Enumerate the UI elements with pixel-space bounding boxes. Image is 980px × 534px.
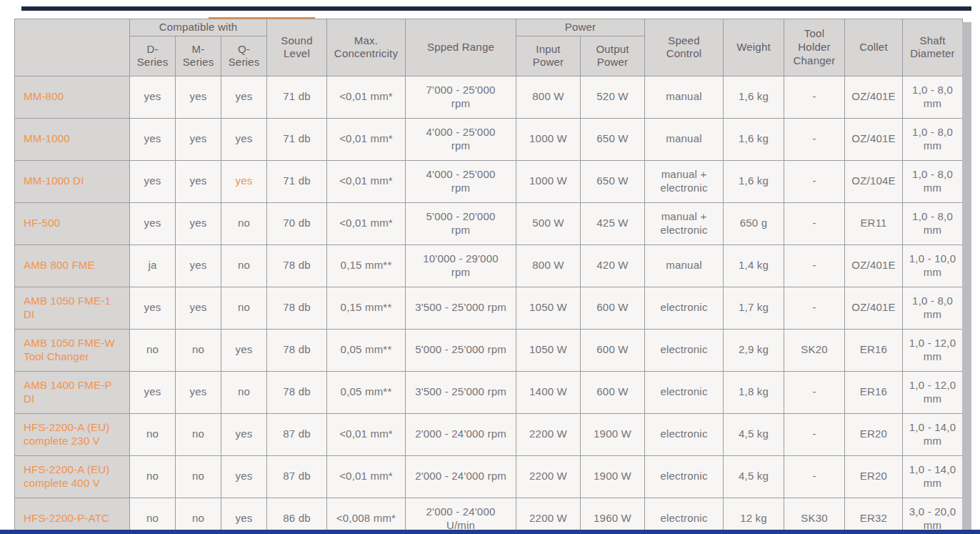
top-divider-bar xyxy=(21,6,971,11)
product-name-link[interactable]: HFS-2200-A (EU) complete 400 V xyxy=(15,455,130,498)
cell-d-series: no xyxy=(130,329,176,371)
cell-speed-control: electronic xyxy=(645,455,724,498)
cell-q-series: yes xyxy=(221,498,267,534)
table-row: AMB 1050 FME-1 DI yes yes no 78 db 0,15 … xyxy=(15,287,963,329)
cell-collet: OZ/401E xyxy=(845,244,903,287)
cell-sound-level: 71 db xyxy=(267,160,327,202)
cell-sound-level: 86 db xyxy=(267,498,327,534)
cell-q-series: no xyxy=(221,202,267,244)
spindle-comparison-table: Compatible with Sound Level Max. Concent… xyxy=(14,19,963,534)
col-header-m-series: M-Series xyxy=(176,36,221,76)
cell-output-power: 1900 W xyxy=(581,455,645,498)
product-name-link[interactable]: AMB 1050 FME-W Tool Changer xyxy=(15,329,130,371)
cell-output-power: 425 W xyxy=(581,202,645,244)
product-name-link[interactable]: MM-1000 DI xyxy=(15,160,130,202)
cell-m-series: no xyxy=(176,413,221,455)
cell-tool-holder-changer: - xyxy=(784,118,845,160)
cell-input-power: 800 W xyxy=(516,244,581,287)
cell-collet: ER16 xyxy=(845,329,903,371)
cell-q-series: no xyxy=(221,287,267,329)
cell-input-power: 500 W xyxy=(516,202,581,244)
cell-tool-holder-changer: - xyxy=(784,202,845,244)
col-group-compatible-with: Compatible with xyxy=(130,19,267,36)
cell-collet: ER20 xyxy=(845,413,903,455)
cell-output-power: 600 W xyxy=(581,371,645,413)
table-header: Compatible with Sound Level Max. Concent… xyxy=(15,19,963,76)
cell-input-power: 1050 W xyxy=(516,329,581,371)
cell-weight: 2,9 kg xyxy=(724,329,784,371)
cell-d-series: yes xyxy=(130,160,176,202)
cell-speed-range: 7'000 - 25'000 rpm xyxy=(406,76,516,118)
table-row: MM-1000 yes yes yes 71 db <0,01 mm* 4'00… xyxy=(15,118,963,160)
cell-q-series: no xyxy=(221,371,267,413)
product-name-link[interactable]: AMB 1400 FME-P DI xyxy=(15,371,130,413)
cell-m-series: yes xyxy=(176,371,221,413)
cell-sound-level: 70 db xyxy=(267,202,327,244)
cell-speed-control: manual + electronic xyxy=(645,202,724,244)
cell-speed-range: 2'000 - 24'000 rpm xyxy=(406,413,516,455)
cell-max-concentricity: <0,01 mm* xyxy=(327,76,406,118)
cell-m-series: yes xyxy=(176,202,221,244)
cell-q-series: yes xyxy=(221,76,267,118)
vertical-scrollbar[interactable] xyxy=(962,22,971,530)
table-row: AMB 1050 FME-W Tool Changer no no yes 78… xyxy=(15,329,963,371)
col-header-speed-control: Speed Control xyxy=(645,19,724,76)
page: Compatible with Sound Level Max. Concent… xyxy=(0,0,980,534)
cell-speed-control: manual + electronic xyxy=(645,160,724,202)
cell-output-power: 600 W xyxy=(581,329,645,371)
cell-max-concentricity: <0,01 mm* xyxy=(327,455,406,498)
cell-speed-control: electronic xyxy=(645,371,724,413)
table-wrapper: Compatible with Sound Level Max. Concent… xyxy=(14,19,962,534)
cell-output-power: 600 W xyxy=(581,287,645,329)
cell-output-power: 420 W xyxy=(581,244,645,287)
product-name-link[interactable]: MM-800 xyxy=(15,76,130,118)
product-name-link[interactable]: HFS-2200-A (EU) complete 230 V xyxy=(15,413,130,455)
cell-shaft-diameter: 1,0 - 12,0 mm xyxy=(903,371,963,413)
cell-speed-control: electronic xyxy=(645,413,724,455)
cell-input-power: 800 W xyxy=(516,76,581,118)
col-group-power: Power xyxy=(516,19,645,36)
cell-q-series: yes xyxy=(221,329,267,371)
cell-shaft-diameter: 1,0 - 12,0 mm xyxy=(903,329,963,371)
cell-collet: ER32 xyxy=(845,498,903,534)
table-body: MM-800 yes yes yes 71 db <0,01 mm* 7'000… xyxy=(15,76,963,534)
product-name-link[interactable]: AMB 1050 FME-1 DI xyxy=(15,287,130,329)
accent-underline xyxy=(209,17,315,19)
cell-m-series: yes xyxy=(176,244,221,287)
cell-input-power: 1400 W xyxy=(516,371,581,413)
product-name-link[interactable]: HFS-2200-P-ATC xyxy=(15,498,130,534)
cell-speed-range: 2'000 - 24'000 U/min xyxy=(406,498,516,534)
cell-sound-level: 78 db xyxy=(267,371,327,413)
col-header-weight: Weight xyxy=(724,19,784,76)
table-row: HFS-2200-A (EU) complete 230 V no no yes… xyxy=(15,413,963,455)
cell-speed-range: 5'000 - 20'000 rpm xyxy=(406,202,516,244)
cell-sound-level: 71 db xyxy=(267,118,327,160)
cell-d-series: yes xyxy=(130,76,176,118)
cell-output-power: 1960 W xyxy=(581,498,645,534)
cell-speed-range: 3'500 - 25'000 rpm xyxy=(406,371,516,413)
product-name-link[interactable]: MM-1000 xyxy=(15,118,130,160)
table-row: HFS-2200-P-ATC no no yes 86 db <0,008 mm… xyxy=(15,498,963,534)
cell-shaft-diameter: 1,0 - 8,0 mm xyxy=(903,287,963,329)
cell-output-power: 1900 W xyxy=(581,413,645,455)
cell-collet: OZ/401E xyxy=(845,118,903,160)
cell-collet: ER16 xyxy=(845,371,903,413)
col-header-d-series: D-Series xyxy=(130,36,176,76)
cell-tool-holder-changer: - xyxy=(784,455,845,498)
cell-speed-control: electronic xyxy=(645,329,724,371)
cell-shaft-diameter: 3,0 - 20,0 mm xyxy=(903,498,963,534)
cell-weight: 1,6 kg xyxy=(724,76,784,118)
product-name-link[interactable]: AMB 800 FME xyxy=(15,244,130,287)
cell-speed-range: 10'000 - 29'000 rpm xyxy=(406,244,516,287)
cell-input-power: 2200 W xyxy=(516,455,581,498)
col-header-tool-holder-changer: Tool Holder Changer xyxy=(784,19,845,76)
cell-collet: OZ/104E xyxy=(845,160,903,202)
table-row: HF-500 yes yes no 70 db <0,01 mm* 5'000 … xyxy=(15,202,963,244)
cell-d-series: no xyxy=(130,413,176,455)
cell-collet: ER20 xyxy=(845,455,903,498)
cell-d-series: yes xyxy=(130,118,176,160)
cell-speed-range: 3'500 - 25'000 rpm xyxy=(406,287,516,329)
product-name-link[interactable]: HF-500 xyxy=(15,202,130,244)
cell-input-power: 2200 W xyxy=(516,498,581,534)
col-header-speed-range: Spped Range xyxy=(406,19,516,76)
